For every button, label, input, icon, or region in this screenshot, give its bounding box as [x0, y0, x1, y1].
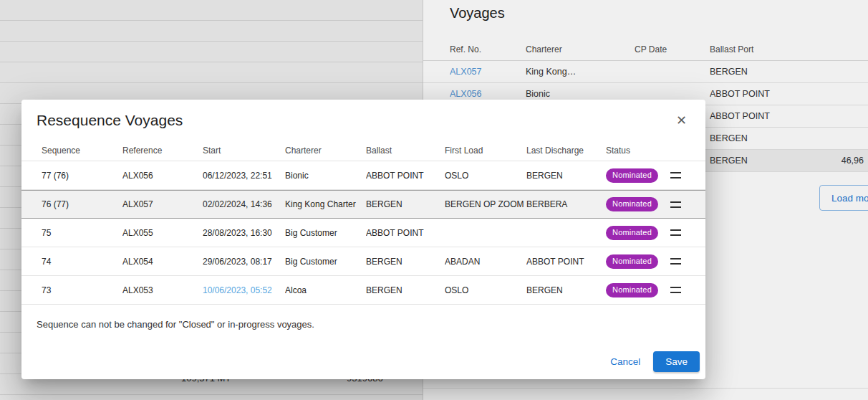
ballast-cell: BERGEN	[366, 257, 445, 267]
resequence-row-highlighted: 76 (77) ALX057 02/02/2024, 14:36 King Ko…	[21, 190, 705, 219]
first-load-cell: OSLO	[445, 171, 526, 181]
col-sequence: Sequence	[42, 146, 122, 156]
reference-cell: ALX054	[122, 257, 203, 267]
start-cell: 02/02/2024, 14:36	[203, 199, 285, 209]
drag-handle-icon[interactable]	[670, 258, 681, 265]
drag-handle-icon[interactable]	[670, 201, 681, 208]
charterer-cell: Alcoa	[285, 285, 366, 295]
sequence-note: Sequence can not be changed for "Closed"…	[21, 319, 705, 330]
last-discharge-cell: BERGEN	[526, 285, 606, 295]
charterer-cell: Big Customer	[285, 257, 366, 267]
resequence-table: Sequence Reference Start Charterer Balla…	[21, 140, 705, 305]
save-button[interactable]: Save	[653, 351, 700, 372]
status-badge: Nominated	[606, 283, 658, 297]
col-reference: Reference	[122, 146, 203, 156]
ballast-cell: BERGEN	[366, 199, 445, 209]
drag-handle-icon[interactable]	[670, 172, 681, 178]
charterer-cell: King Kong Charter	[285, 199, 366, 209]
sequence-cell: 74	[42, 257, 122, 267]
sequence-cell: 73	[42, 285, 122, 295]
ballast-cell: ABBOT POINT	[366, 171, 445, 181]
first-load-cell: ABADAN	[445, 257, 526, 267]
reference-cell: ALX057	[122, 199, 203, 209]
reference-cell: ALX056	[122, 171, 203, 181]
last-discharge-cell: BERGEN	[526, 171, 606, 181]
resequence-row: 75 ALX055 28/08/2023, 16:30 Big Customer…	[21, 219, 705, 247]
charterer-cell: Bionic	[285, 171, 366, 181]
sequence-cell: 77 (76)	[42, 171, 122, 181]
reference-cell: ALX053	[122, 285, 203, 295]
resequence-table-header: Sequence Reference Start Charterer Balla…	[21, 140, 705, 161]
sequence-cell: 75	[42, 228, 122, 238]
cancel-button[interactable]: Cancel	[604, 351, 646, 372]
charterer-cell: Big Customer	[285, 228, 366, 238]
start-cell: 06/12/2023, 22:51	[203, 171, 285, 181]
col-charterer: Charterer	[285, 146, 366, 156]
col-status: Status	[606, 146, 670, 156]
dialog-title: Resequence Voyages	[37, 112, 183, 129]
reference-cell: ALX055	[122, 228, 203, 238]
ballast-cell: BERGEN	[366, 285, 445, 295]
resequence-row: 73 ALX053 10/06/2023, 05:52 Alcoa BERGEN…	[21, 276, 705, 305]
last-discharge-cell: ABBOT POINT	[526, 257, 606, 267]
start-cell: 28/08/2023, 16:30	[203, 228, 285, 238]
ballast-cell: ABBOT POINT	[366, 228, 445, 238]
drag-handle-icon[interactable]	[670, 229, 681, 236]
status-badge: Nominated	[606, 226, 658, 240]
first-load-cell: OSLO	[445, 285, 526, 295]
close-icon[interactable]: ✕	[672, 112, 690, 129]
start-date-link[interactable]: 10/06/2023, 05:52	[203, 285, 285, 295]
status-badge: Nominated	[606, 197, 658, 211]
status-badge: Nominated	[606, 168, 658, 183]
status-badge: Nominated	[606, 254, 658, 269]
start-cell: 29/06/2023, 08:17	[203, 257, 285, 267]
col-last-discharge: Last Discharge	[526, 146, 606, 156]
col-start: Start	[203, 146, 285, 156]
sequence-cell: 76 (77)	[42, 199, 122, 209]
col-ballast: Ballast	[366, 146, 445, 156]
first-load-cell: BERGEN OP ZOOM	[445, 199, 526, 209]
last-discharge-cell: BERBERA	[526, 199, 606, 209]
resequence-row: 74 ALX054 29/06/2023, 08:17 Big Customer…	[21, 247, 705, 276]
col-first-load: First Load	[445, 146, 526, 156]
drag-handle-icon[interactable]	[670, 287, 681, 293]
resequence-voyages-dialog: Resequence Voyages ✕ Sequence Reference …	[21, 100, 705, 379]
resequence-row: 77 (76) ALX056 06/12/2023, 22:51 Bionic …	[21, 161, 705, 190]
